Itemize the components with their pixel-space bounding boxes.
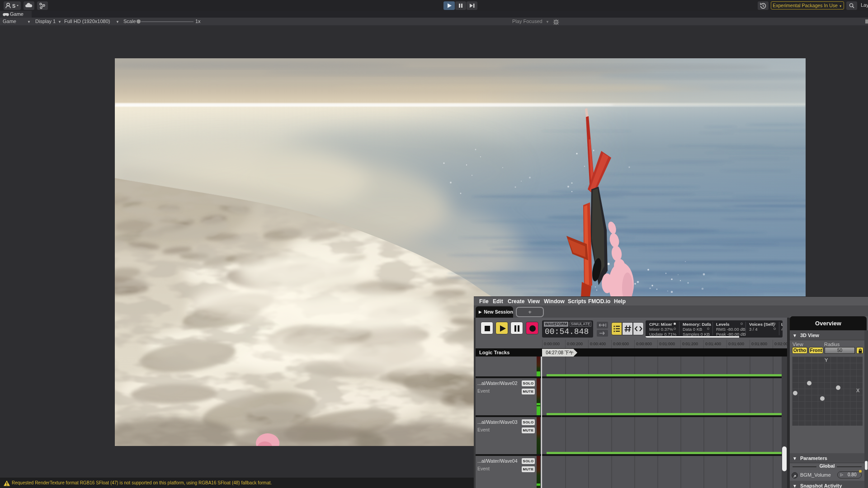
svg-text:S: S: [12, 3, 15, 9]
